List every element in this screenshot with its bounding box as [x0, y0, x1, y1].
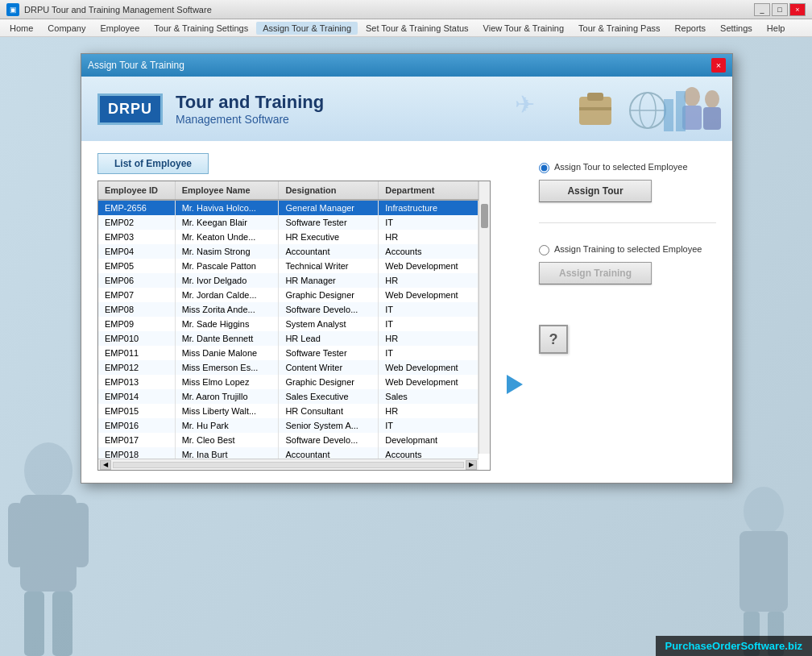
assign-tour-radio-label[interactable]: Assign Tour to selected Employee	[539, 161, 688, 173]
vertical-scrollbar[interactable]	[478, 181, 490, 454]
table-row[interactable]: EMP02 Mr. Keegan Blair Software Tester I…	[98, 215, 478, 230]
header-title-sub: Management Software	[176, 113, 324, 126]
table-row[interactable]: EMP015 Miss Liberty Walt... HR Consultan…	[98, 404, 478, 418]
cell-emp-id: EMP02	[98, 215, 175, 230]
assign-training-radio[interactable]	[539, 245, 549, 255]
menu-home[interactable]: Home	[3, 22, 39, 35]
cell-designation: System Analyst	[279, 317, 379, 331]
divider	[539, 222, 716, 223]
modal-dialog: Assign Tour & Training × DRPU Tour and T…	[81, 53, 733, 484]
cell-emp-name: Mr. Aaron Trujillo	[175, 389, 279, 404]
cell-emp-id: EMP04	[98, 244, 175, 259]
cell-department: Accounts	[379, 244, 478, 259]
menu-reports[interactable]: Reports	[669, 22, 713, 35]
cell-emp-id: EMP07	[98, 288, 175, 302]
cell-emp-id: EMP012	[98, 360, 175, 375]
cell-emp-id: EMP018	[98, 447, 175, 459]
cell-emp-name: Miss Emerson Es...	[175, 360, 279, 375]
cell-designation: Technical Writer	[279, 259, 379, 273]
cell-department: HR	[379, 404, 478, 418]
cell-emp-name: Mr. Keaton Unde...	[175, 230, 279, 244]
menu-company[interactable]: Company	[41, 22, 92, 35]
svg-rect-13	[52, 592, 72, 656]
table-row[interactable]: EMP011 Miss Danie Malone Software Tester…	[98, 346, 478, 360]
title-bar: ▣ DRPU Tour and Training Management Soft…	[0, 0, 812, 19]
cell-emp-name: Mr. Haviva Holco...	[175, 200, 279, 215]
col-employee-name: Employee Name	[175, 181, 279, 200]
menu-pass[interactable]: Tour & Training Pass	[572, 22, 667, 35]
svg-rect-10	[8, 503, 24, 567]
table-row[interactable]: EMP018 Mr. Ina Burt Accountant Accounts	[98, 447, 478, 459]
help-btn[interactable]: ?	[539, 325, 568, 354]
cell-emp-id: EMP010	[98, 331, 175, 346]
scroll-right-arrow[interactable]: ▶	[466, 460, 477, 470]
cell-department: IT	[379, 418, 478, 433]
assign-tour-radio[interactable]	[539, 163, 549, 173]
cell-designation: Accountant	[279, 447, 379, 459]
employee-tbody: EMP-2656 Mr. Haviva Holco... General Man…	[98, 200, 478, 459]
cell-designation: Senior System A...	[279, 418, 379, 433]
title-bar-left: ▣ DRPU Tour and Training Management Soft…	[6, 3, 212, 16]
scrollbar-thumb[interactable]	[481, 204, 488, 228]
cell-designation: General Manager	[279, 200, 379, 215]
cell-designation: Software Tester	[279, 346, 379, 360]
cell-emp-id: EMP03	[98, 230, 175, 244]
arrow-right-icon	[507, 375, 523, 394]
table-row[interactable]: EMP010 Mr. Dante Bennett HR Lead HR	[98, 331, 478, 346]
modal-body: List of Employee Employee ID Employee Na…	[81, 141, 732, 483]
table-row[interactable]: EMP03 Mr. Keaton Unde... HR Executive HR	[98, 230, 478, 244]
table-row[interactable]: EMP08 Miss Zorita Ande... Software Devel…	[98, 302, 478, 317]
table-row[interactable]: EMP09 Mr. Sade Higgins System Analyst IT	[98, 317, 478, 331]
menu-set-status[interactable]: Set Tour & Training Status	[359, 22, 475, 35]
assign-training-btn[interactable]: Assign Training	[539, 262, 652, 284]
table-row[interactable]: EMP017 Mr. Cleo Best Software Develo... …	[98, 433, 478, 447]
svg-rect-20	[587, 93, 603, 101]
svg-rect-11	[72, 503, 89, 567]
table-row[interactable]: EMP014 Mr. Aaron Trujillo Sales Executiv…	[98, 389, 478, 404]
assign-training-radio-label[interactable]: Assign Training to selected Employee	[539, 243, 702, 255]
cell-emp-name: Miss Zorita Ande...	[175, 302, 279, 317]
maximize-btn[interactable]: □	[772, 3, 788, 16]
cell-emp-name: Mr. Ina Burt	[175, 447, 279, 459]
menu-view-tour-training[interactable]: View Tour & Training	[477, 22, 570, 35]
cell-emp-id: EMP017	[98, 433, 175, 447]
table-row[interactable]: EMP07 Mr. Jordan Calde... Graphic Design…	[98, 288, 478, 302]
drpu-logo: DRPU	[97, 93, 163, 125]
assign-training-label-text: Assign Training to selected Employee	[554, 243, 702, 255]
svg-text:✈: ✈	[515, 91, 535, 118]
minimize-btn[interactable]: _	[754, 3, 770, 16]
table-row[interactable]: EMP-2656 Mr. Haviva Holco... General Man…	[98, 200, 478, 215]
table-row[interactable]: EMP013 Miss Elmo Lopez Graphic Designer …	[98, 375, 478, 389]
cell-department: HR	[379, 331, 478, 346]
scroll-left-arrow[interactable]: ◀	[100, 460, 111, 470]
horizontal-scrollbar[interactable]: ◀ ▶	[98, 459, 478, 470]
menu-help[interactable]: Help	[760, 22, 792, 35]
table-header-row: Employee ID Employee Name Designation De…	[98, 181, 478, 200]
svg-rect-15	[740, 531, 788, 612]
assign-training-section: Assign Training to selected Employee Ass…	[539, 243, 716, 284]
table-row[interactable]: EMP016 Mr. Hu Park Senior System A... IT	[98, 418, 478, 433]
menu-tour-training-settings[interactable]: Tour & Training Settings	[147, 22, 255, 35]
list-of-employee-btn[interactable]: List of Employee	[97, 153, 209, 174]
window-close-btn[interactable]: ×	[789, 3, 806, 16]
col-department: Department	[379, 181, 478, 200]
cell-emp-name: Mr. Nasim Strong	[175, 244, 279, 259]
table-row[interactable]: EMP05 Mr. Pascale Patton Technical Write…	[98, 259, 478, 273]
modal-close-btn[interactable]: ×	[711, 58, 726, 73]
menu-assign-tour-training[interactable]: Assign Tour & Training	[256, 22, 358, 35]
scroll-track[interactable]	[113, 462, 464, 468]
table-header: Employee ID Employee Name Designation De…	[98, 181, 478, 200]
cell-designation: Software Develo...	[279, 433, 379, 447]
assign-tour-section: Assign Tour to selected Employee Assign …	[539, 161, 716, 202]
menu-settings[interactable]: Settings	[714, 22, 759, 35]
help-section: ?	[539, 325, 716, 354]
app-icon: ▣	[6, 3, 19, 16]
table-row[interactable]: EMP012 Miss Emerson Es... Content Writer…	[98, 360, 478, 375]
cell-emp-id: EMP-2656	[98, 200, 175, 215]
assign-tour-btn[interactable]: Assign Tour	[539, 180, 652, 202]
table-row[interactable]: EMP06 Mr. Ivor Delgado HR Manager HR	[98, 273, 478, 288]
table-row[interactable]: EMP04 Mr. Nasim Strong Accountant Accoun…	[98, 244, 478, 259]
cell-emp-name: Mr. Ivor Delgado	[175, 273, 279, 288]
cell-department: Developmant	[379, 433, 478, 447]
menu-employee[interactable]: Employee	[93, 22, 146, 35]
